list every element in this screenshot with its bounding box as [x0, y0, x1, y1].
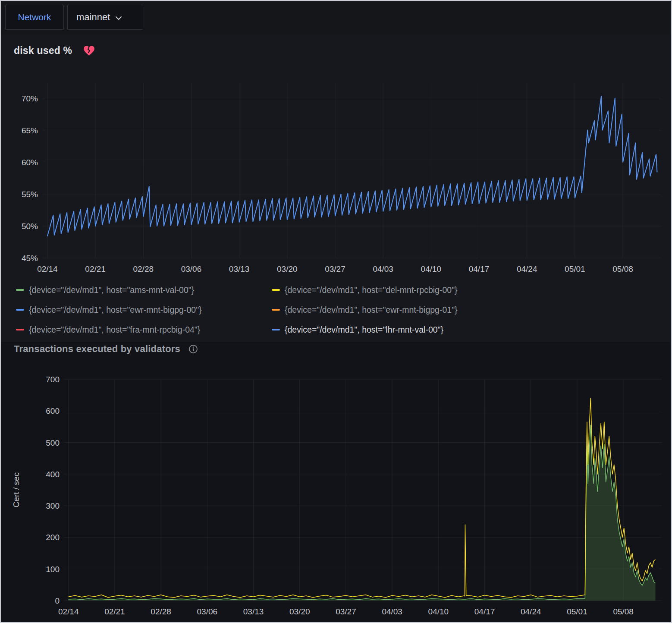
y-tick-label: 600 [46, 406, 60, 415]
x-tick-label: 04/24 [517, 264, 537, 274]
x-tick-label: 02/28 [151, 607, 171, 616]
x-tick-label: 02/28 [133, 264, 154, 274]
series-color-dash [272, 309, 280, 311]
x-tick-label: 02/14 [58, 607, 79, 616]
x-tick-label: 04/17 [474, 607, 495, 616]
y-tick-label: 55% [22, 190, 38, 199]
x-tick-label: 04/10 [421, 264, 442, 274]
y-tick-label: 700 [46, 375, 60, 384]
panel-title-row: Transactions executed by validators [14, 343, 198, 355]
legend: {device="/dev/md1", host="ams-mnt-val-00… [1, 283, 671, 337]
x-tick-label: 03/20 [289, 607, 310, 616]
x-tick-label: 05/01 [567, 607, 587, 616]
legend-item[interactable]: {device="/dev/md1", host="ams-mnt-val-00… [16, 283, 272, 297]
series-color-dash [16, 329, 24, 330]
x-tick-label: 05/01 [565, 264, 585, 274]
series-color-dash [272, 329, 280, 330]
x-tick-label: 03/27 [336, 607, 356, 616]
y-tick-label: 65% [22, 126, 38, 135]
y-tick-label: 200 [46, 533, 60, 542]
grafana-dashboard: Network mainnet disk used % 70%65%60%55%… [0, 0, 672, 623]
legend-item[interactable]: {device="/dev/md1", host="ewr-mnt-bigpg-… [272, 303, 671, 317]
series-color-dash [16, 289, 24, 291]
variable-bar: Network mainnet [1, 1, 671, 35]
series-color-dash [16, 309, 24, 311]
legend-label: {device="/dev/md1", host="ams-mnt-val-00… [29, 285, 194, 295]
y-tick-label: 60% [22, 158, 38, 167]
legend-item[interactable]: {device="/dev/md1", host="del-mnt-rpcbig… [272, 283, 671, 297]
panel-title[interactable]: Transactions executed by validators [14, 343, 180, 355]
y-tick-label: 300 [46, 501, 60, 510]
x-tick-label: 05/08 [613, 607, 634, 616]
legend-item[interactable]: {device="/dev/md1", host="fra-mnt-rpcbig… [16, 323, 272, 337]
x-tick-label: 05/08 [612, 264, 633, 274]
x-tick-label: 04/10 [428, 607, 449, 616]
legend-label: {device="/dev/md1", host="del-mnt-rpcbig… [285, 285, 458, 295]
x-tick-label: 03/27 [325, 264, 345, 274]
series-fill-green-series [69, 425, 656, 601]
y-tick-label: 0 [55, 596, 60, 605]
legend-label: {device="/dev/md1", host="lhr-mnt-val-00… [285, 325, 443, 335]
panel-title-row: disk used % [14, 45, 95, 57]
legend-label: {device="/dev/md1", host="ewr-mnt-bigpg-… [29, 305, 202, 315]
y-tick-label: 500 [46, 438, 60, 447]
x-tick-label: 03/06 [197, 607, 218, 616]
y-tick-label: 45% [22, 254, 38, 263]
series-color-dash [272, 289, 280, 291]
network-variable-label: Network [18, 12, 51, 22]
x-tick-label: 04/03 [382, 607, 402, 616]
y-tick-label: 50% [22, 222, 38, 231]
y-tick-label: 70% [22, 94, 38, 103]
x-tick-label: 04/03 [373, 264, 393, 274]
legend-item[interactable]: {device="/dev/md1", host="ewr-mnt-bigpg-… [16, 303, 272, 317]
network-variable-label-box: Network [5, 5, 64, 30]
series-line-{device="/dev/md1", host="lhr-mnt-val-00"} [47, 96, 657, 236]
network-value-text: mainnet [76, 12, 110, 23]
series-line-green-series [69, 425, 656, 600]
x-tick-label: 03/20 [277, 264, 298, 274]
x-tick-label: 02/21 [104, 607, 125, 616]
disk-used-chart[interactable]: 70%65%60%55%50%45%02/1402/2102/2803/0603… [1, 78, 672, 280]
legend-label: {device="/dev/md1", host="fra-mnt-rpcbig… [29, 325, 200, 335]
network-value-dropdown[interactable]: mainnet [67, 5, 143, 30]
y-tick-label: 400 [46, 470, 60, 479]
y-axis-label: Cert / sec [12, 472, 21, 507]
x-tick-label: 03/13 [229, 264, 250, 274]
info-icon[interactable] [188, 344, 198, 354]
legend-label: {device="/dev/md1", host="ewr-mnt-bigpg-… [285, 305, 458, 315]
x-tick-label: 03/06 [181, 264, 202, 274]
panel-transactions: Transactions executed by validators 7006… [1, 343, 671, 623]
transactions-chart[interactable]: 700600500400300200100002/1402/2102/2803/… [1, 368, 672, 623]
legend-item[interactable]: {device="/dev/md1", host="lhr-mnt-val-00… [272, 323, 671, 337]
panel-disk-used: disk used % 70%65%60%55%50%45%02/1402/21… [1, 35, 671, 342]
broken-heart-icon [83, 45, 95, 56]
series-line-yellow-series [69, 398, 656, 598]
x-tick-label: 03/13 [243, 607, 264, 616]
x-tick-label: 04/24 [521, 607, 541, 616]
y-tick-label: 100 [46, 565, 60, 574]
panel-title[interactable]: disk used % [14, 45, 72, 57]
x-tick-label: 04/17 [469, 264, 490, 274]
x-tick-label: 02/21 [85, 264, 106, 274]
chevron-down-icon [115, 16, 122, 20]
x-tick-label: 02/14 [37, 264, 58, 274]
